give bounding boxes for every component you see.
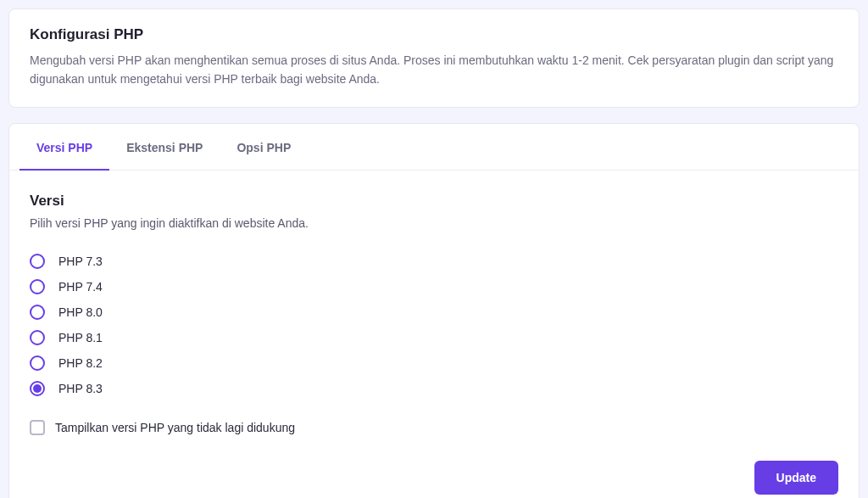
- radio-icon: [30, 254, 45, 269]
- header-description: Mengubah versi PHP akan menghentikan sem…: [30, 52, 838, 88]
- radio-icon: [30, 279, 45, 294]
- radio-icon: [30, 355, 45, 371]
- panel-footer: Update: [30, 461, 838, 495]
- php-version-option[interactable]: PHP 8.2: [30, 355, 838, 371]
- checkbox-label: Tampilkan versi PHP yang tidak lagi didu…: [55, 421, 295, 434]
- header-title: Konfigurasi PHP: [30, 26, 838, 43]
- radio-label: PHP 8.3: [58, 382, 103, 395]
- radio-icon: [30, 330, 45, 345]
- update-button[interactable]: Update: [754, 461, 838, 495]
- panel-versi: Versi Pilih versi PHP yang ingin diaktif…: [9, 171, 859, 498]
- radio-label: PHP 8.2: [58, 356, 103, 370]
- panel-title: Versi: [30, 193, 838, 210]
- show-unsupported-checkbox[interactable]: Tampilkan versi PHP yang tidak lagi didu…: [30, 420, 838, 435]
- tab-versi-php[interactable]: Versi PHP: [19, 124, 109, 170]
- main-card: Versi PHP Ekstensi PHP Opsi PHP Versi Pi…: [8, 123, 860, 498]
- php-version-option[interactable]: PHP 8.3: [30, 381, 838, 396]
- radio-label: PHP 7.3: [58, 255, 103, 268]
- radio-label: PHP 8.1: [58, 331, 103, 344]
- php-version-option[interactable]: PHP 8.1: [30, 330, 838, 345]
- php-version-option[interactable]: PHP 7.3: [30, 254, 838, 269]
- radio-icon: [30, 381, 45, 396]
- tab-ekstensi-php[interactable]: Ekstensi PHP: [109, 124, 220, 170]
- php-version-list: PHP 7.3 PHP 7.4 PHP 8.0 PHP 8.1 PHP 8.2: [30, 254, 838, 396]
- tabs-bar: Versi PHP Ekstensi PHP Opsi PHP: [9, 124, 859, 171]
- panel-description: Pilih versi PHP yang ingin diaktifkan di…: [30, 216, 838, 230]
- header-card: Konfigurasi PHP Mengubah versi PHP akan …: [8, 8, 860, 108]
- checkbox-icon: [30, 420, 45, 435]
- radio-icon: [30, 305, 45, 320]
- tab-opsi-php[interactable]: Opsi PHP: [220, 124, 308, 170]
- php-version-option[interactable]: PHP 7.4: [30, 279, 838, 294]
- php-version-option[interactable]: PHP 8.0: [30, 305, 838, 320]
- radio-label: PHP 7.4: [58, 280, 103, 294]
- radio-label: PHP 8.0: [58, 305, 103, 319]
